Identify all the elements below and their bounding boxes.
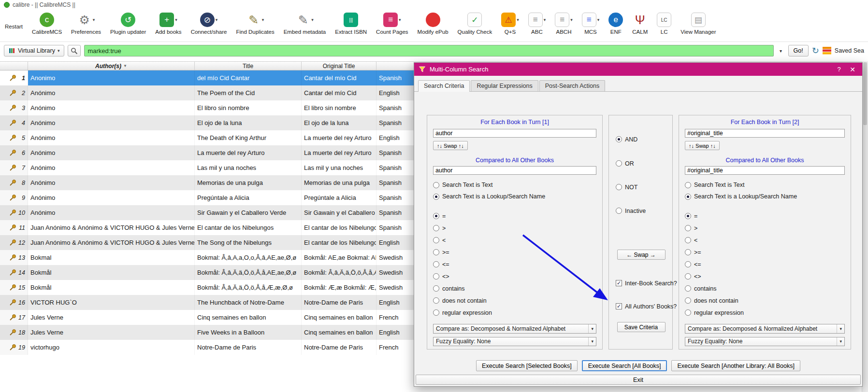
toolbar-button-restart[interactable]: Restart	[5, 11, 23, 42]
cell-original-title[interactable]: Cantar del mío Cid	[302, 85, 376, 100]
dialog-titlebar[interactable]: Multi-Column Search ? ✕	[414, 63, 862, 76]
panel-2-fuzzy-dropdown[interactable]: Fuzzy Equality: None ▾	[685, 337, 845, 346]
toolbar-button-quality-check[interactable]: ✓Quality Check	[458, 11, 492, 42]
chevron-down-icon[interactable]: ▾	[216, 17, 218, 22]
cell-original-title[interactable]: La muerte del rey Arturo	[302, 145, 376, 160]
swap-panels-button[interactable]: ← Swap →	[617, 250, 665, 260]
chevron-down-icon[interactable]: ▾	[262, 17, 264, 22]
cell-original-title[interactable]: Bokmål: Â,â,Ä,ä,Ö,ö,Å,å,Æ,æ,Ø,ø	[302, 265, 376, 280]
cell-original-title[interactable]: Bokmål: AE,ae Bokmal: AE,ae Bokmal: AE,a…	[302, 250, 376, 265]
cell-original-title[interactable]: Notre-Dame de Paris	[302, 340, 376, 355]
cell-title[interactable]: El ojo de la luna	[195, 115, 302, 130]
toolbar-button-embed-metadata[interactable]: ✎▾Embed metadata	[284, 11, 326, 42]
toolbar-button-abch[interactable]: ≡▾ABCH	[555, 11, 573, 42]
tab-post-search-actions[interactable]: Post-Search Actions	[539, 80, 606, 91]
cell-original-title[interactable]: Memorias de una pulga	[302, 175, 376, 190]
panel-2-text-is-text-radio[interactable]: Search Text is Text	[685, 182, 845, 188]
operator-radio-regular-expression[interactable]: regular expression	[433, 309, 596, 316]
toolbar-button-mcs[interactable]: ≡▾MCS	[582, 11, 600, 42]
chevron-down-icon[interactable]: ▾	[93, 17, 95, 22]
header-title[interactable]: Title	[195, 62, 302, 70]
panel-1-swap-button[interactable]: ↑↓ Swap ↑↓	[433, 141, 468, 150]
cell-authors[interactable]: Jules Verne	[28, 310, 195, 325]
chevron-down-icon[interactable]: ▾	[597, 17, 600, 22]
panel-2-swap-button[interactable]: ↑↓ Swap ↑↓	[685, 141, 720, 150]
panel-1-search-input[interactable]	[433, 129, 596, 138]
search-history-chevron-icon[interactable]: ▾	[777, 48, 785, 54]
search-options-button[interactable]	[68, 45, 81, 56]
exit-button[interactable]: Exit	[416, 375, 861, 385]
panel-1-lookup-name-radio[interactable]: Search Text is a Lookup/Search Name	[433, 193, 596, 200]
operator-radio-[interactable]: <	[433, 237, 596, 244]
chevron-down-icon[interactable]: ▾	[544, 17, 546, 22]
cell-title[interactable]: The Death of King Arthur	[195, 130, 302, 145]
cell-authors[interactable]: Anónimo	[28, 160, 195, 175]
inter-book-search-checkbox[interactable]: ✓ Inter-Book Search?	[616, 280, 677, 287]
tab-search-criteria[interactable]: Search Criteria	[418, 80, 470, 92]
tab-regular-expressions[interactable]: Regular Expressions	[471, 80, 538, 91]
panel-1-compare-as-dropdown[interactable]: Compare as: Decomposed & Normalized Alph…	[433, 324, 596, 333]
execute-search-all-button[interactable]: Execute Search [All Books]	[582, 360, 667, 371]
cell-title[interactable]: La muerte del rey Arturo	[195, 145, 302, 160]
cell-original-title[interactable]: El cantar de los Nibelungos	[302, 235, 376, 250]
operator-radio-[interactable]: <	[685, 237, 845, 244]
toolbar-button-add-books[interactable]: +▾Add books	[155, 11, 181, 42]
cell-authors[interactable]: Anónimo	[28, 190, 195, 205]
toolbar-button-view-manager[interactable]: ▤View Manager	[680, 11, 716, 42]
dialog-close-button[interactable]: ✕	[847, 66, 858, 73]
panel-2-lookup-name-radio[interactable]: Search Text is a Lookup/Search Name	[685, 193, 845, 200]
cell-title[interactable]: The Poem of the Cid	[195, 85, 302, 100]
toolbar-button-modify-epub[interactable]: Modify ePub	[418, 11, 448, 42]
cell-title[interactable]: del mío Cid Cantar	[195, 70, 302, 85]
cell-title[interactable]: Bokmål: Â,â,Ä,ä,Ö,ö,Å,å,Æ,æ,Ø,ø	[195, 280, 302, 295]
cell-title[interactable]: El libro sin nombre	[195, 100, 302, 115]
operator-radio-[interactable]: >=	[685, 249, 845, 256]
operator-radio-regular-expression[interactable]: regular expression	[685, 309, 845, 316]
panel-1-fuzzy-dropdown[interactable]: Fuzzy Equality: None ▾	[433, 337, 596, 346]
dialog-help-button[interactable]: ?	[835, 66, 843, 73]
operator-radio-[interactable]: <>	[433, 273, 596, 280]
logic-not-radio[interactable]: NOT	[616, 183, 637, 191]
cell-original-title[interactable]: Cinq semaines en ballon	[302, 325, 376, 340]
cell-authors[interactable]: victorhugo	[28, 340, 195, 355]
panel-1-compare-input[interactable]	[433, 166, 596, 175]
logic-or-radio[interactable]: OR	[616, 160, 634, 167]
execute-search-other-library-button[interactable]: Execute Search [Another Library: All Boo…	[671, 360, 800, 371]
cell-original-title[interactable]: Cinq semaines en ballon	[302, 310, 376, 325]
toolbar-button-connect-share[interactable]: ⊘▾Connect/share	[191, 11, 227, 42]
cell-authors[interactable]: Anónimo	[28, 85, 195, 100]
toolbar-button-calm[interactable]: ΨCALM	[632, 11, 648, 42]
execute-search-selected-button[interactable]: Execute Search [Selected Books]	[476, 360, 578, 371]
logic-and-radio[interactable]: AND	[616, 136, 637, 143]
operator-radio-does-not-contain[interactable]: does not contain	[433, 297, 596, 304]
cell-authors[interactable]: Anónimo	[28, 175, 195, 190]
header-original-title[interactable]: Original Title	[302, 62, 376, 70]
operator-radio-[interactable]: =	[685, 212, 845, 220]
toolbar-button-calibremcs[interactable]: cCalibreMCS	[32, 11, 62, 42]
chevron-down-icon[interactable]: ▾	[517, 17, 519, 22]
chevron-down-icon[interactable]: ▾	[399, 17, 401, 22]
go-button[interactable]: Go!	[788, 45, 809, 56]
cell-title[interactable]: Sir Gawain y el Caballero Verde	[195, 205, 302, 220]
cell-original-title[interactable]: Notre-Dame de Paris	[302, 295, 376, 310]
cell-authors[interactable]: Anónimo	[28, 145, 195, 160]
refresh-search-button[interactable]: ↻	[812, 46, 819, 55]
cell-authors[interactable]: Bokmal	[28, 250, 195, 265]
cell-authors[interactable]: VICTOR HUG`O	[28, 295, 195, 310]
cell-authors[interactable]: Juan Anónimo & Anónimo & VICTOR HUGO & J…	[28, 235, 195, 250]
header-authors[interactable]: Author(s) ▼	[28, 62, 195, 70]
cell-original-title[interactable]: Pregúntale a Alicia	[302, 190, 376, 205]
cell-title[interactable]: El cantar de los Nibelungos	[195, 220, 302, 235]
chevron-down-icon[interactable]: ▾	[311, 17, 314, 22]
cell-authors[interactable]: Anonimo	[28, 70, 195, 85]
toolbar-button-plugin-updater[interactable]: ↺Plugin updater	[110, 11, 146, 42]
toolbar-button-lc[interactable]: LCLC	[657, 11, 671, 42]
cell-title[interactable]: Bokmål: Â,â,Ä,ä,Ö,ö,Å,å,AE,ae,Ø,ø	[195, 265, 302, 280]
panel-2-search-input[interactable]	[685, 129, 845, 138]
panel-2-compare-as-dropdown[interactable]: Compare as: Decomposed & Normalized Alph…	[685, 324, 845, 333]
cell-title[interactable]: Cinq semaines en ballon	[195, 310, 302, 325]
cell-original-title[interactable]: Cantar del mío Cid	[302, 70, 376, 85]
cell-title[interactable]: Notre-Dame de Paris	[195, 340, 302, 355]
operator-radio-contains[interactable]: contains	[685, 285, 845, 292]
virtual-library-button[interactable]: Virtual Library ▾	[4, 45, 64, 56]
